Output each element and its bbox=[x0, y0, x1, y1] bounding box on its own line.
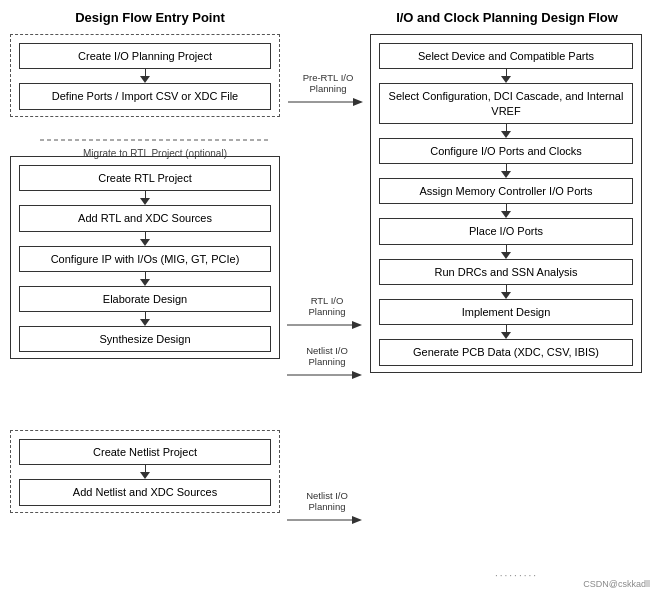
diagram-container: Design Flow Entry Point I/O and Clock Pl… bbox=[0, 0, 658, 595]
box-synthesize-design: Synthesize Design bbox=[19, 326, 271, 352]
box-select-device: Select Device and Compatible Parts bbox=[379, 43, 633, 69]
box-create-netlist-project: Create Netlist Project bbox=[19, 439, 271, 465]
watermark: CSDN@cskkadll bbox=[583, 579, 650, 589]
svg-marker-6 bbox=[352, 371, 362, 379]
box-select-config: Select Configuration, DCI Cascade, and I… bbox=[379, 83, 633, 124]
pre-rtl-label: Pre-RTL I/OPlanning bbox=[288, 72, 368, 94]
svg-marker-4 bbox=[352, 321, 362, 329]
dots-decoration: ········· bbox=[495, 570, 538, 581]
netlist-io-label-3: Netlist I/OPlanning bbox=[287, 490, 367, 512]
netlist-io-label-2: Netlist I/OPlanning bbox=[287, 345, 367, 367]
svg-marker-8 bbox=[352, 516, 362, 524]
box-configure-io-clocks: Configure I/O Ports and Clocks bbox=[379, 138, 633, 164]
svg-marker-1 bbox=[353, 98, 363, 106]
box-run-drcs: Run DRCs and SSN Analysis bbox=[379, 259, 633, 285]
right-title: I/O and Clock Planning Design Flow bbox=[396, 10, 618, 25]
box-generate-pcb: Generate PCB Data (XDC, CSV, IBIS) bbox=[379, 339, 633, 365]
box-add-netlist-xdc: Add Netlist and XDC Sources bbox=[19, 479, 271, 505]
box-place-io-ports: Place I/O Ports bbox=[379, 218, 633, 244]
box-add-rtl-xdc: Add RTL and XDC Sources bbox=[19, 205, 271, 231]
left-title: Design Flow Entry Point bbox=[75, 10, 225, 25]
box-define-ports: Define Ports / Import CSV or XDC File bbox=[19, 83, 271, 109]
box-implement-design: Implement Design bbox=[379, 299, 633, 325]
box-create-io-project: Create I/O Planning Project bbox=[19, 43, 271, 69]
box-configure-ip: Configure IP with I/Os (MIG, GT, PCIe) bbox=[19, 246, 271, 272]
box-create-rtl-project: Create RTL Project bbox=[19, 165, 271, 191]
box-assign-memory: Assign Memory Controller I/O Ports bbox=[379, 178, 633, 204]
box-elaborate-design: Elaborate Design bbox=[19, 286, 271, 312]
rtl-io-label: RTL I/OPlanning bbox=[287, 295, 367, 317]
